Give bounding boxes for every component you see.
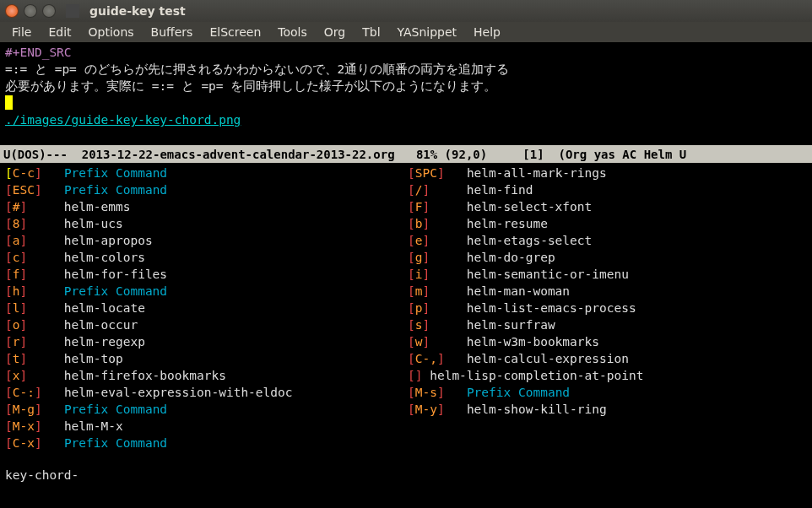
bracket-close-icon: ] xyxy=(422,301,430,315)
guide-entry: [r] helm-regexp xyxy=(5,333,404,350)
menu-options[interactable]: Options xyxy=(80,24,143,41)
editor-buffer[interactable]: #+END_SRC =:= と =p= のどちらが先に押されるかわからないので、… xyxy=(0,42,812,145)
guide-entry: [t] helm-top xyxy=(5,350,404,367)
guide-entry: [x] helm-firefox-bookmarks xyxy=(5,367,404,384)
guide-entry: [l] helm-locate xyxy=(5,300,404,316)
menu-bar: File Edit Options Buffers ElScreen Tools… xyxy=(0,22,812,42)
key-label: C-, xyxy=(415,352,437,365)
command-name: Prefix Command xyxy=(64,436,167,450)
window-title: guide-key test xyxy=(89,4,186,18)
guide-entry: [b] helm-resume xyxy=(408,215,807,232)
command-name: helm-w3m-bookmarks xyxy=(467,335,599,349)
guide-entry: [C-x] Prefix Command xyxy=(5,435,404,451)
guide-entry: [o] helm-occur xyxy=(5,316,404,333)
bracket-close-icon: ] xyxy=(35,436,42,450)
bracket-open-icon: [ xyxy=(5,268,13,281)
command-name: helm-list-emacs-process xyxy=(467,301,636,315)
command-name: helm-etags-select xyxy=(467,234,592,247)
menu-edit[interactable]: Edit xyxy=(40,24,79,41)
menu-tools[interactable]: Tools xyxy=(269,24,316,41)
guide-entry: [] helm-lisp-completion-at-point xyxy=(408,367,807,384)
body-line-1: =:= と =p= のどちらが先に押されるかわからないので、2通りの順番の両方を… xyxy=(5,61,807,78)
menu-buffers[interactable]: Buffers xyxy=(143,24,202,41)
guide-entry: [g] helm-do-grep xyxy=(408,249,807,266)
bracket-open-icon: [ xyxy=(408,301,415,315)
bracket-open-icon: [ xyxy=(408,318,415,332)
mode-line: U(DOS)--- 2013-12-22-emacs-advent-calend… xyxy=(0,145,812,163)
bracket-open-icon: [ xyxy=(5,335,13,349)
bracket-open-icon: [ xyxy=(408,268,415,281)
modeline-filename: 2013-12-22-emacs-advent-calendar-2013-22… xyxy=(74,148,402,161)
command-name: helm-do-grep xyxy=(467,251,555,264)
image-link[interactable]: ./images/guide-key-key-chord.png xyxy=(5,113,241,127)
bracket-open-icon: [ xyxy=(5,386,13,399)
bracket-close-icon: ] xyxy=(19,284,27,298)
key-label: C-c xyxy=(13,166,35,180)
bracket-open-icon: [ xyxy=(5,183,13,197)
minibuffer-prompt: key-chord- xyxy=(5,468,78,482)
bracket-open-icon: [ xyxy=(408,200,415,213)
bracket-close-icon: ] xyxy=(35,419,42,433)
command-name: helm-find xyxy=(467,183,533,197)
guide-entry: [M-x] helm-M-x xyxy=(5,418,404,435)
menu-elscreen[interactable]: ElScreen xyxy=(201,24,269,41)
guide-entry: [m] helm-man-woman xyxy=(408,283,807,300)
body-line-2: 必要があります。実際に =:= と =p= を同時押しした様子が以下のようになり… xyxy=(5,78,807,95)
command-name: helm-all-mark-rings xyxy=(467,166,607,180)
guide-entry: [M-y] helm-show-kill-ring xyxy=(408,401,807,418)
bracket-open-icon: [ xyxy=(5,419,13,433)
command-name: helm-resume xyxy=(467,217,548,230)
guide-entry: [C-:] helm-eval-expression-with-eldoc xyxy=(5,384,404,401)
guide-entry: [C-,] helm-calcul-expression xyxy=(408,350,807,367)
command-name: Prefix Command xyxy=(64,166,167,180)
bracket-open-icon: [ xyxy=(5,318,13,332)
bracket-open-icon: [ xyxy=(5,217,13,230)
guide-entry: [M-s] Prefix Command xyxy=(408,384,807,401)
bracket-close-icon: ] xyxy=(19,217,27,230)
menu-org[interactable]: Org xyxy=(316,24,354,41)
maximize-icon[interactable] xyxy=(42,4,56,18)
command-name: helm-firefox-bookmarks xyxy=(64,369,226,382)
guide-entry: [SPC] helm-all-mark-rings xyxy=(408,165,807,181)
command-name: helm-calcul-expression xyxy=(467,352,629,365)
command-name: helm-occur xyxy=(64,318,138,332)
bracket-open-icon: [ xyxy=(408,234,415,247)
bracket-open-icon: [ xyxy=(5,200,13,213)
key-label: M-g xyxy=(13,403,35,416)
command-name: helm-emms xyxy=(64,200,131,213)
guide-entry: [ESC] Prefix Command xyxy=(5,181,404,198)
guide-entry: [a] helm-apropos xyxy=(5,232,404,249)
bracket-close-icon: ] xyxy=(35,386,42,399)
bracket-close-icon: ] xyxy=(437,166,445,180)
bracket-close-icon: ] xyxy=(19,234,27,247)
menu-file[interactable]: File xyxy=(3,24,40,41)
minimize-icon[interactable] xyxy=(24,4,37,18)
org-src-end: #+END_SRC xyxy=(5,44,807,61)
bracket-close-icon: ] xyxy=(437,403,445,416)
bracket-open-icon: [ xyxy=(408,403,415,416)
modeline-coding: U(DOS)--- xyxy=(3,148,74,161)
command-name: helm-select-xfont xyxy=(467,200,592,213)
bracket-close-icon: ] xyxy=(422,284,430,298)
minibuffer[interactable]: key-chord- xyxy=(0,467,812,484)
key-label: C-x xyxy=(13,436,35,450)
key-label: M-x xyxy=(13,419,35,433)
modeline-percent: 81% xyxy=(402,148,445,161)
text-cursor xyxy=(5,95,13,110)
bracket-close-icon: ] xyxy=(19,335,27,349)
bracket-close-icon: ] xyxy=(19,301,27,315)
command-name: helm-locate xyxy=(64,301,145,315)
bracket-open-icon: [ xyxy=(408,352,415,365)
menu-yasnippet[interactable]: YASnippet xyxy=(389,24,466,41)
command-name: helm-colors xyxy=(64,251,145,264)
bracket-open-icon: [ xyxy=(408,166,415,180)
bracket-close-icon: ] xyxy=(19,268,27,281)
bracket-open-icon: [ xyxy=(5,436,13,450)
app-icon xyxy=(66,4,79,18)
close-icon[interactable] xyxy=(5,4,19,18)
menu-tbl[interactable]: Tbl xyxy=(354,24,388,41)
guide-entry: [i] helm-semantic-or-imenu xyxy=(408,266,807,283)
guide-entry: [f] helm-for-files xyxy=(5,266,404,283)
menu-help[interactable]: Help xyxy=(465,24,509,41)
bracket-open-icon: [ xyxy=(5,403,13,416)
